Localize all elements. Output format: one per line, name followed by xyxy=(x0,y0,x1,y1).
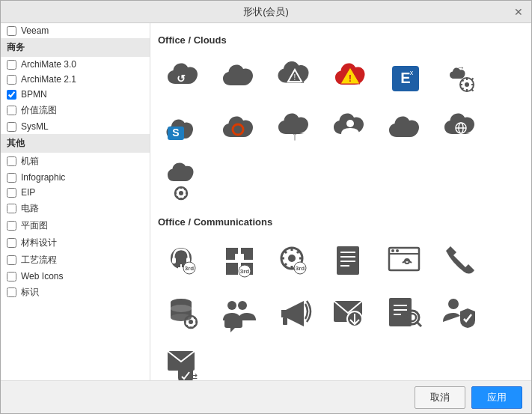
comms-icon-1[interactable]: 3rd xyxy=(158,235,210,284)
apply-button[interactable]: 应用 xyxy=(471,386,522,409)
list-item-label: Infographic xyxy=(21,172,65,183)
svg-text:x: x xyxy=(410,69,414,76)
material-checkbox[interactable] xyxy=(7,238,16,248)
sysml-checkbox[interactable] xyxy=(7,122,16,132)
cancel-button[interactable]: 取消 xyxy=(415,386,465,409)
title-bar: 形状(会员) ✕ xyxy=(1,1,531,23)
list-item[interactable]: EIP xyxy=(1,185,150,200)
list-item[interactable]: 价值流图 xyxy=(1,102,150,119)
list-item-label: 工艺流程 xyxy=(21,254,57,267)
svg-point-46 xyxy=(391,249,394,252)
floorplan-checkbox[interactable] xyxy=(7,221,16,231)
archimate21-checkbox[interactable] xyxy=(7,75,16,85)
footer: 取消 应用 xyxy=(1,380,531,413)
svg-text:→: → xyxy=(457,63,465,72)
list-item[interactable]: Infographic xyxy=(1,170,150,185)
cloud-icon-2[interactable] xyxy=(213,53,266,102)
comms-icon-7[interactable] xyxy=(158,287,210,335)
list-item[interactable]: ArchiMate 2.1 xyxy=(1,72,150,87)
cloud-icon-9[interactable]: ↑ xyxy=(269,105,321,153)
list-item-label: SysML xyxy=(21,121,49,132)
archimate30-checkbox[interactable] xyxy=(7,60,16,70)
dialog: 形状(会员) ✕ Veeam 商务 ArchiMate 3.0 ArchiMat… xyxy=(0,0,532,414)
svg-marker-58 xyxy=(230,328,235,332)
right-panel: Office / Clouds ↺ xyxy=(150,23,531,380)
list-item[interactable]: 电路 xyxy=(1,200,150,217)
svg-text:⇄: ⇄ xyxy=(190,371,198,381)
svg-text:S: S xyxy=(172,127,179,138)
comms-icons-grid: 3rd 3rd xyxy=(158,235,524,380)
svg-text:!: ! xyxy=(349,73,352,84)
svg-text:↑: ↑ xyxy=(292,128,299,143)
list-item[interactable]: Veeam xyxy=(1,23,150,38)
cloud-icon-4[interactable]: ! xyxy=(324,53,376,102)
clouds-icons-grid: ↺ ! xyxy=(158,53,524,205)
comms-icon-8[interactable] xyxy=(213,287,266,335)
list-item[interactable]: SysML xyxy=(1,119,150,134)
cloud-icon-5[interactable]: E x xyxy=(379,53,432,102)
infographic-checkbox[interactable] xyxy=(7,173,16,183)
svg-rect-22 xyxy=(172,258,176,264)
list-item-label: BPMN xyxy=(21,89,47,100)
list-item[interactable]: 标识 xyxy=(1,284,150,301)
bpmn-checkbox[interactable] xyxy=(7,90,16,100)
svg-rect-59 xyxy=(283,317,287,325)
list-item[interactable]: 工艺流程 xyxy=(1,252,150,269)
comms-icon-3[interactable]: 3rd xyxy=(269,235,321,284)
clouds-section-title: Office / Clouds xyxy=(158,34,524,46)
cloud-icon-11[interactable] xyxy=(379,105,432,153)
cloud-icon-3[interactable]: ! xyxy=(269,53,321,102)
svg-rect-30 xyxy=(226,263,238,275)
comms-icon-10[interactable] xyxy=(324,287,376,335)
circuit-checkbox[interactable] xyxy=(7,204,16,213)
cloud-icon-1[interactable]: ↺ xyxy=(158,53,210,102)
list-item-label: ArchiMate 3.0 xyxy=(21,59,76,70)
svg-point-20 xyxy=(179,191,183,195)
svg-text:3rd: 3rd xyxy=(240,268,250,275)
section-header-business: 商务 xyxy=(1,38,150,57)
svg-text:3rd: 3rd xyxy=(296,265,305,272)
webicons-checkbox[interactable] xyxy=(7,272,16,281)
list-item[interactable]: ArchiMate 3.0 xyxy=(1,57,150,72)
chassis-checkbox[interactable] xyxy=(7,156,16,166)
valuestream-checkbox[interactable] xyxy=(7,106,16,115)
process-checkbox[interactable] xyxy=(7,255,16,265)
comms-icon-9[interactable] xyxy=(269,287,321,335)
svg-rect-32 xyxy=(235,254,244,263)
comms-icon-4[interactable] xyxy=(324,235,376,284)
cloud-icon-8[interactable] xyxy=(213,105,266,153)
comms-icon-11[interactable] xyxy=(379,287,432,335)
list-item-label: 价值流图 xyxy=(21,104,57,117)
cloud-icon-12[interactable] xyxy=(435,105,487,153)
svg-point-54 xyxy=(189,320,193,324)
svg-text:!: ! xyxy=(294,73,296,82)
close-button[interactable]: ✕ xyxy=(512,5,525,19)
svg-text:↺: ↺ xyxy=(177,73,186,85)
list-item-label: Veeam xyxy=(21,25,49,36)
comms-icon-13[interactable]: ⇄ xyxy=(158,338,210,380)
comms-icon-6[interactable] xyxy=(435,235,487,284)
list-item[interactable]: Web Icons xyxy=(1,269,150,284)
list-item-label: 材料设计 xyxy=(21,237,57,249)
comms-section-title: Office / Communications xyxy=(158,216,524,228)
cloud-icon-13[interactable] xyxy=(158,156,210,205)
list-item-label: 机箱 xyxy=(21,155,39,168)
list-item[interactable]: 平面图 xyxy=(1,217,150,234)
comms-icon-12[interactable] xyxy=(435,287,487,335)
comms-icon-5[interactable] xyxy=(379,235,432,284)
eip-checkbox[interactable] xyxy=(7,188,16,198)
section-header-other: 其他 xyxy=(1,134,150,153)
list-item-label: ArchiMate 2.1 xyxy=(21,74,76,85)
cloud-icon-6[interactable]: → xyxy=(435,53,487,102)
list-item[interactable]: 材料设计 xyxy=(1,234,150,252)
veeam-checkbox[interactable] xyxy=(7,26,16,36)
comms-icon-2[interactable]: 3rd xyxy=(213,235,266,284)
cloud-icon-10[interactable] xyxy=(324,105,376,153)
list-item[interactable]: 机箱 xyxy=(1,153,150,170)
svg-point-56 xyxy=(238,301,247,310)
list-item-label: 平面图 xyxy=(21,219,48,232)
cloud-icon-7[interactable]: S xyxy=(158,105,210,153)
logo-checkbox[interactable] xyxy=(7,287,16,297)
list-item-label: 电路 xyxy=(21,202,39,215)
list-item[interactable]: BPMN xyxy=(1,87,150,102)
